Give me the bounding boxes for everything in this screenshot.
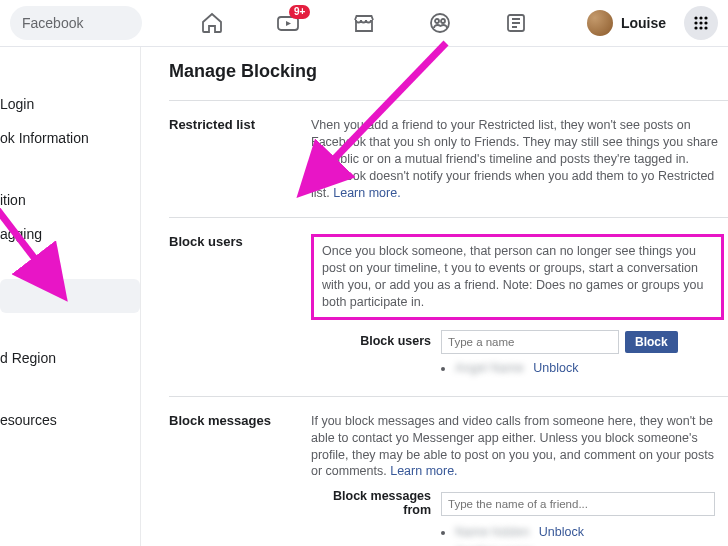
- section-block-messages: Block messages If you block messages and…: [169, 396, 728, 546]
- sidebar-item-region[interactable]: d Region: [0, 341, 140, 375]
- block-messages-form-label: Block messages from: [311, 490, 441, 518]
- avatar[interactable]: [587, 10, 613, 36]
- svg-point-8: [694, 21, 697, 24]
- section-block-users: Block users Once you block someone, that…: [169, 217, 728, 395]
- learn-more-link[interactable]: Learn more.: [390, 464, 457, 478]
- user-name[interactable]: Louise: [621, 15, 666, 31]
- blocked-user-name: Angel Name: [455, 361, 524, 375]
- svg-point-10: [704, 21, 707, 24]
- watch-badge: 9+: [289, 5, 310, 19]
- learn-more-link[interactable]: Learn more.: [333, 186, 400, 200]
- svg-point-1: [431, 14, 449, 32]
- search-input[interactable]: Facebook: [10, 6, 142, 40]
- main-content: Manage Blocking Restricted list Vhen you…: [141, 47, 728, 546]
- block-messages-input[interactable]: [441, 492, 715, 516]
- section-body: If you block messages and video calls fr…: [311, 413, 728, 546]
- apps-menu-button[interactable]: [684, 6, 718, 40]
- svg-point-6: [699, 16, 702, 19]
- block-button[interactable]: Block: [625, 331, 678, 353]
- home-icon[interactable]: [200, 11, 224, 35]
- sidebar-item-resources[interactable]: esources: [0, 403, 140, 437]
- news-icon[interactable]: [504, 11, 528, 35]
- svg-point-11: [694, 26, 697, 29]
- unblock-link[interactable]: Unblock: [533, 361, 578, 375]
- user-area: Louise: [587, 6, 718, 40]
- sidebar-item-tagging[interactable]: agging: [0, 217, 140, 251]
- blocked-msg-row: Name hidden Unblock: [455, 524, 728, 541]
- blocked-msg-name: Name hidden: [455, 525, 529, 539]
- sidebar-item-blocking[interactable]: [0, 279, 140, 313]
- sidebar-item-ition[interactable]: ition: [0, 183, 140, 217]
- block-users-desc: Once you block someone, that person can …: [311, 234, 724, 320]
- block-users-input[interactable]: [441, 330, 619, 354]
- svg-point-7: [704, 16, 707, 19]
- top-nav: 9+: [142, 11, 587, 35]
- unblock-link[interactable]: Unblock: [539, 525, 584, 539]
- svg-point-9: [699, 21, 702, 24]
- svg-point-13: [704, 26, 707, 29]
- section-body: Once you block someone, that person can …: [311, 234, 728, 379]
- section-restricted: Restricted list Vhen you add a friend to…: [169, 100, 728, 217]
- svg-point-5: [694, 16, 697, 19]
- groups-icon[interactable]: [428, 11, 452, 35]
- svg-point-3: [441, 19, 445, 23]
- marketplace-icon[interactable]: [352, 11, 376, 35]
- section-label: Restricted list: [169, 117, 311, 201]
- settings-sidebar: Login ok Information ition agging d Regi…: [0, 47, 141, 546]
- block-messages-desc: If you block messages and video calls fr…: [311, 414, 714, 479]
- sidebar-item-login[interactable]: Login: [0, 87, 140, 121]
- section-body: Vhen you add a friend to your Restricted…: [311, 117, 728, 201]
- top-bar: Facebook 9+ Louise: [0, 0, 728, 47]
- block-users-form-label: Block users: [311, 333, 441, 350]
- section-label: Block users: [169, 234, 311, 379]
- svg-point-2: [435, 19, 439, 23]
- watch-icon[interactable]: 9+: [276, 11, 300, 35]
- svg-point-12: [699, 26, 702, 29]
- page-title: Manage Blocking: [169, 61, 728, 82]
- section-label: Block messages: [169, 413, 311, 546]
- sidebar-item-info[interactable]: ok Information: [0, 121, 140, 155]
- blocked-user-row: Angel Name Unblock: [455, 360, 728, 377]
